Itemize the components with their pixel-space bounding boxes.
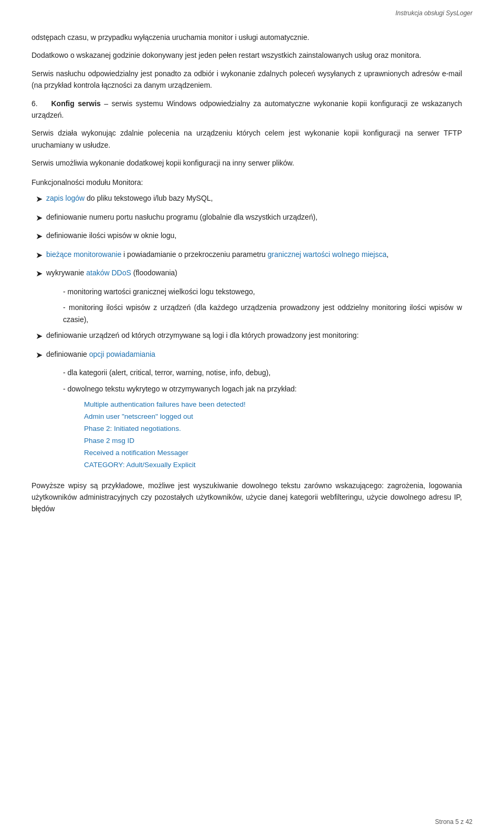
bullet-item-7: ➤ definiowanie opcji powiadamiania bbox=[32, 348, 462, 362]
header-title: Instrukcja obsługi SysLoger bbox=[395, 9, 472, 17]
footer-text: Strona 5 z 42 bbox=[435, 818, 472, 825]
arrow-icon-4: ➤ bbox=[32, 249, 46, 262]
item6-number: 6. bbox=[32, 99, 38, 108]
numbered-item-6: 6. Konfig serwis – serwis systemu Window… bbox=[32, 98, 462, 121]
page-footer: Strona 5 z 42 bbox=[435, 818, 472, 825]
bullet4-mid: i powiadamianie o przekroczeniu parametr… bbox=[121, 250, 268, 259]
sub4-text: - dowolnego tekstu wykrytego w otrzymywa… bbox=[63, 385, 297, 393]
bullet-item-1: ➤ zapis logów do pliku tekstowego i/lub … bbox=[32, 192, 462, 206]
bullet1-link: zapis logów bbox=[46, 194, 85, 202]
example-line-2: Admin user "netscreen" logged out bbox=[84, 411, 462, 423]
bullet-list: ➤ zapis logów do pliku tekstowego i/lub … bbox=[32, 192, 462, 281]
arrow-icon-6: ➤ bbox=[32, 329, 46, 343]
example-line-3: Phase 2: Initiated negotiations. bbox=[84, 423, 462, 435]
bullet4-end: , bbox=[386, 250, 388, 259]
bullet3-text: definiowanie ilości wpisów w oknie logu, bbox=[46, 230, 462, 241]
funcjonalnosci-text: Funkcjonalności modułu Monitora: bbox=[32, 178, 143, 187]
bullet5-rest: (floodowania) bbox=[131, 269, 177, 277]
bullet4-link2: granicznej wartości wolnego miejsca bbox=[268, 250, 386, 259]
paragraph-final: Powyższe wpisy są przykładowe, możliwe j… bbox=[32, 480, 462, 515]
bullet7-link: opcji powiadamiania bbox=[89, 350, 155, 358]
arrow-icon-2: ➤ bbox=[32, 211, 46, 225]
arrow-icon-5: ➤ bbox=[32, 267, 46, 281]
example-line-4: Phase 2 msg ID bbox=[84, 435, 462, 447]
bullet6-text: definiowanie urządzeń od których otrzymy… bbox=[46, 329, 462, 341]
bullet4-link1: bieżące monitorowanie bbox=[46, 250, 121, 259]
arrow-icon-7: ➤ bbox=[32, 348, 46, 362]
para-final-text: Powyższe wpisy są przykładowe, możliwe j… bbox=[32, 481, 462, 513]
paragraph-6: Serwis umożliwia wykonanie dodatkowej ko… bbox=[32, 157, 462, 169]
para3-text: Serwis nasłuchu odpowiedzialny jest pona… bbox=[32, 69, 462, 89]
bullet2-text: definiowanie numeru portu nasłuchu progr… bbox=[46, 211, 462, 223]
bullet-item-2: ➤ definiowanie numeru portu nasłuchu pro… bbox=[32, 211, 462, 225]
sub-bullet-3: - dla kategorii (alert, critical, terror… bbox=[63, 367, 462, 378]
paragraph-1: odstępach czasu, w przypadku wyłączenia … bbox=[32, 32, 462, 43]
bullet4-text: bieżące monitorowanie i powiadamianie o … bbox=[46, 249, 462, 260]
example1-text: Multiple authentication failures have be… bbox=[84, 400, 246, 408]
para5-text: Serwis działa wykonując zdalnie poleceni… bbox=[32, 129, 462, 149]
example4-text: Phase 2 msg ID bbox=[84, 437, 134, 445]
bullet-item-5: ➤ wykrywanie ataków DDoS (floodowania) bbox=[32, 267, 462, 281]
sub3-text: - dla kategorii (alert, critical, terror… bbox=[63, 368, 270, 377]
bullet7-text: definiowanie opcji powiadamiania bbox=[46, 348, 462, 360]
bullet1-rest: do pliku tekstowego i/lub bazy MySQL, bbox=[85, 194, 213, 202]
bullet-item-3: ➤ definiowanie ilości wpisów w oknie log… bbox=[32, 230, 462, 243]
sub2-text: - monitoring ilości wpisów z urządzeń (d… bbox=[63, 303, 462, 323]
example-line-5: Received a notification Messager bbox=[84, 447, 462, 459]
example5-text: Received a notification Messager bbox=[84, 449, 188, 457]
paragraph-2: Dodatkowo o wskazanej godzinie dokonywan… bbox=[32, 49, 462, 61]
example-box: Multiple authentication failures have be… bbox=[84, 399, 462, 471]
paragraph-3: Serwis nasłuchu odpowiedzialny jest pona… bbox=[32, 68, 462, 91]
main-content: odstępach czasu, w przypadku wyłączenia … bbox=[32, 32, 462, 515]
paragraph-5: Serwis działa wykonując zdalnie poleceni… bbox=[32, 127, 462, 151]
arrow-icon-3: ➤ bbox=[32, 230, 46, 243]
bullet5-link: ataków DDoS bbox=[86, 269, 131, 277]
sub-bullet-2: - monitoring ilości wpisów z urządzeń (d… bbox=[63, 302, 462, 325]
example2-text: Admin user "netscreen" logged out bbox=[84, 412, 193, 420]
para6-text: Serwis umożliwia wykonanie dodatkowej ko… bbox=[32, 159, 294, 167]
page-header: Instrukcja obsługi SysLoger bbox=[395, 9, 472, 17]
bullet-list-2: ➤ definiowanie urządzeń od których otrzy… bbox=[32, 329, 462, 362]
bullet5-text: wykrywanie ataków DDoS (floodowania) bbox=[46, 267, 462, 278]
example6-text: CATEGORY: Adult/Sexually Explicit bbox=[84, 461, 196, 469]
page-container: Instrukcja obsługi SysLoger odstępach cz… bbox=[0, 0, 504, 836]
example-line-1: Multiple authentication failures have be… bbox=[84, 399, 462, 411]
para2-text: Dodatkowo o wskazanej godzinie dokonywan… bbox=[32, 51, 421, 59]
bullet7-prefix: definiowanie bbox=[46, 350, 89, 358]
sub1-text: - monitoring wartości granicznej wielkoś… bbox=[63, 287, 255, 296]
para1-text: odstępach czasu, w przypadku wyłączenia … bbox=[32, 33, 309, 42]
bullet-item-6: ➤ definiowanie urządzeń od których otrzy… bbox=[32, 329, 462, 343]
sub-bullet-1: - monitoring wartości granicznej wielkoś… bbox=[63, 286, 462, 297]
sub-bullet-4: - dowolnego tekstu wykrytego w otrzymywa… bbox=[63, 383, 462, 395]
funcjonalnosci-header: Funkcjonalności modułu Monitora: bbox=[32, 177, 462, 188]
arrow-icon-1: ➤ bbox=[32, 192, 46, 206]
item6-title: Konfig serwis bbox=[51, 99, 100, 108]
bullet-item-4: ➤ bieżące monitorowanie i powiadamianie … bbox=[32, 249, 462, 262]
example-line-6: CATEGORY: Adult/Sexually Explicit bbox=[84, 459, 462, 471]
bullet1-text: zapis logów do pliku tekstowego i/lub ba… bbox=[46, 192, 462, 204]
example3-text: Phase 2: Initiated negotiations. bbox=[84, 425, 181, 432]
